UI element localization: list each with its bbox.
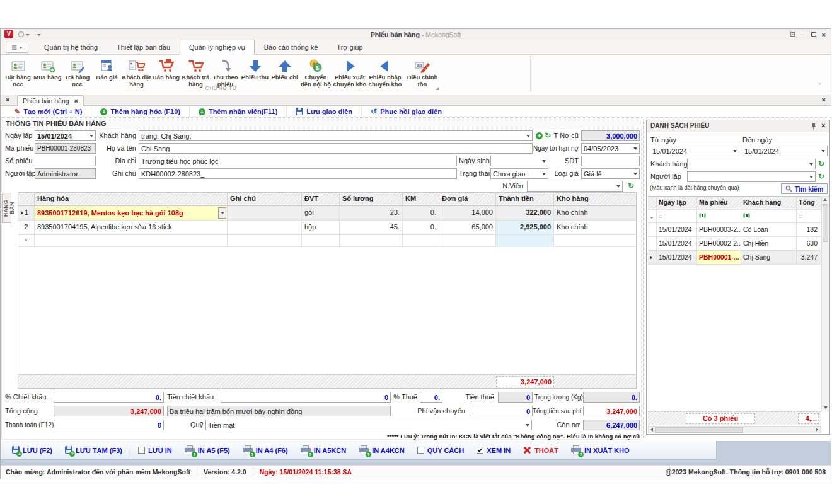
minimize-icon[interactable]: − (801, 31, 805, 38)
ribbon-tab-thiet-lap[interactable]: Thiết lập ban đầu (107, 40, 180, 55)
pcell-ngay[interactable]: 15/01/2024 (657, 223, 697, 236)
col-thanh-tien[interactable]: Thành tiền (496, 193, 554, 205)
col-km[interactable]: KM (403, 193, 439, 205)
so-phieu-field[interactable] (35, 156, 96, 166)
ribbon-tab-quan-ly-nghiep-vu[interactable]: Quản lý nghiệp vụ (180, 40, 255, 55)
caret-down-icon[interactable] (526, 424, 529, 427)
panel-row-3-selected[interactable]: 15/01/2024 PBH00001-... Chị Sang 3,247 (648, 251, 821, 265)
ribbon-tab-tro-giup[interactable]: Trợ giúp (327, 40, 372, 55)
style-icon[interactable]: ⊡ (790, 30, 795, 38)
pcol-ngay-lap[interactable]: Ngày lập (657, 197, 697, 209)
caret-down-icon[interactable] (733, 150, 737, 152)
cell-don-gia[interactable] (439, 235, 496, 247)
thanh-toan-field[interactable]: 0 (54, 420, 164, 430)
print-warehouse-out-button[interactable]: ?IN XUẤT KHO (565, 443, 636, 458)
cell-so-luong[interactable]: 23. (340, 206, 403, 220)
caret-down-icon[interactable] (809, 176, 813, 178)
ribbon-collapse-icon[interactable]: ⌃ (817, 83, 822, 89)
filter-equals-icon[interactable]: = (657, 210, 697, 222)
save-print-checkbox[interactable]: LƯU IN (132, 443, 178, 458)
cell-don-gia[interactable]: 14,000 (439, 206, 496, 220)
cell-so-luong[interactable]: 45. (340, 220, 403, 234)
cell-hang-hoa[interactable] (35, 235, 228, 247)
save-temp-button[interactable]: ?LƯU TẠM (F3) (59, 443, 129, 458)
cell-km[interactable] (403, 235, 439, 247)
pcell-ma[interactable]: PBH00002-2... (697, 237, 741, 250)
pcell-khach[interactable]: Cô Loan (741, 223, 797, 236)
panel-row-2[interactable]: 15/01/2024 PBH00002-2... Chị Hiền 630 (648, 237, 821, 251)
caret-down-icon[interactable] (633, 147, 637, 150)
quick-access-icon[interactable] (18, 32, 24, 37)
add-product-button[interactable]: +Thêm hàng hóa (F10) (91, 107, 190, 117)
cell-thanh-tien[interactable]: 322,000 (496, 206, 554, 220)
panel-row-1[interactable]: 15/01/2024 PBH00003-2... Cô Loan 182 (648, 223, 821, 237)
cell-km[interactable]: 0. (403, 220, 439, 234)
restore-icon[interactable] (811, 32, 816, 37)
pin-icon[interactable] (811, 123, 817, 131)
cell-hang-hoa[interactable]: 8935001712619, Mentos kẹo bạc hà gói 108… (35, 206, 228, 220)
cell-so-luong[interactable] (340, 235, 403, 247)
pcell-tong[interactable]: 3,247 (797, 251, 819, 264)
toolbar-overflow-icon[interactable] (37, 34, 41, 36)
pcell-ma[interactable]: PBH00003-2... (697, 223, 741, 236)
print-a5kcn-button[interactable]: ?IN A5KCN (294, 443, 353, 458)
panel-nguoi-lap-field[interactable] (687, 171, 816, 182)
cell-dvt[interactable]: hộp (302, 220, 340, 234)
caret-down-icon[interactable] (616, 185, 620, 188)
app-menu-button[interactable]: ▥ (6, 42, 28, 53)
refresh-icon[interactable]: ↻ (818, 159, 824, 168)
cell-don-gia[interactable]: 65,000 (439, 220, 496, 234)
pcell-ma-highlight[interactable]: PBH00001-... (697, 251, 741, 264)
trang-thai-field[interactable]: Chưa giao (490, 168, 548, 179)
print-a4-button[interactable]: ?IN A4 (F6) (236, 443, 294, 458)
panel-filter-row[interactable]: = = (648, 210, 821, 223)
checkbox-icon[interactable] (417, 447, 424, 454)
pcell-ngay[interactable]: 15/01/2024 (657, 237, 697, 250)
thue-pct-field[interactable]: 0. (420, 392, 442, 403)
cell-hang-hoa[interactable]: 8935001704195, Alpenlibe kẹo sữa 16 stic… (35, 220, 228, 234)
col-hang-hoa[interactable]: Hàng hóa (35, 193, 228, 205)
search-button[interactable]: Tìm kiếm (781, 183, 828, 194)
print-a5-button[interactable]: ?IN A5 (F5) (178, 443, 236, 458)
pcol-khach-hang[interactable]: Khách hàng (741, 197, 797, 209)
grid-new-row[interactable]: * (18, 235, 636, 247)
close-icon[interactable]: × (822, 31, 826, 38)
den-ngay-field[interactable]: 15/01/2024 (742, 146, 828, 156)
filter-equals-icon[interactable]: = (797, 210, 819, 222)
caret-down-icon[interactable] (633, 173, 637, 175)
ribbon-tab-quan-tri[interactable]: Quản trị hệ thống (35, 40, 107, 55)
refresh-employee-icon[interactable]: ↻ (628, 181, 634, 190)
panel-close-icon[interactable]: × (821, 122, 825, 129)
add-customer-icon[interactable]: + (536, 132, 543, 139)
doc-tab-close-icon[interactable]: × (74, 97, 78, 105)
save-button[interactable]: ➜LƯU (F2) (6, 443, 59, 458)
cell-kho-hang[interactable] (554, 235, 636, 247)
scroll-right-icon[interactable] (816, 428, 818, 432)
scroll-down-icon[interactable] (824, 406, 828, 409)
cell-ghi-chu[interactable] (228, 220, 302, 234)
doc-tab-phieu-ban-hang[interactable]: Phiếu bán hàng × (17, 95, 84, 106)
cell-dvt[interactable] (302, 235, 340, 247)
scroll-thumb[interactable] (823, 204, 828, 242)
caret-down-icon[interactable] (809, 163, 813, 166)
ngay-sinh-field[interactable] (490, 156, 548, 166)
checkbox-checked-icon[interactable] (477, 447, 483, 454)
pcol-ma-phieu[interactable]: Mã phiếu (697, 197, 741, 209)
quy-cach-checkbox[interactable]: QUY CÁCH (411, 443, 470, 458)
caret-down-icon[interactable] (542, 160, 546, 163)
khach-hang-field[interactable]: trang, Chị Sang, (139, 130, 533, 141)
chiet-khau-pct-field[interactable]: 0. (54, 392, 164, 403)
ghi-chu-field[interactable]: KDH00002-280823_ (139, 168, 457, 179)
product-dropdown-icon[interactable] (218, 207, 226, 219)
caret-down-icon[interactable] (90, 135, 93, 137)
phi-van-chuyen-field[interactable]: 0 (470, 406, 533, 416)
ngay-lap-field[interactable]: 15/01/2024 (35, 130, 96, 141)
app-logo-icon[interactable]: V (4, 30, 13, 38)
cell-ghi-chu[interactable] (228, 206, 302, 220)
cell-kho-hang[interactable]: Kho chính (554, 220, 636, 234)
cell-ghi-chu[interactable] (228, 235, 302, 247)
scroll-up-icon[interactable] (823, 198, 827, 201)
tien-chiet-khau-field[interactable]: 0 (221, 392, 391, 403)
exit-button[interactable]: THOÁT (517, 443, 565, 458)
col-kho-hang[interactable]: Kho hàng (554, 193, 636, 205)
